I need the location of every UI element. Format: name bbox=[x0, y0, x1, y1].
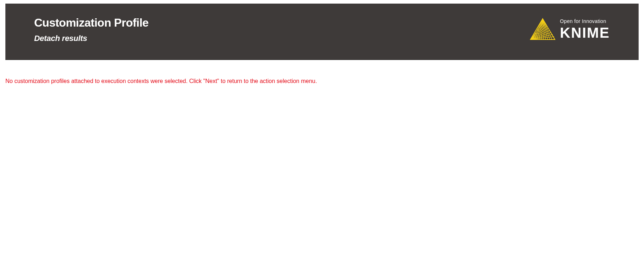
logo-brand: KNIME bbox=[560, 26, 610, 40]
logo-text-group: Open for Innovation KNIME bbox=[560, 18, 610, 40]
error-message: No customization profiles attached to ex… bbox=[5, 78, 639, 84]
header-banner: Customization Profile Detach results bbox=[5, 4, 639, 60]
knime-triangle-icon bbox=[530, 18, 556, 40]
message-area: No customization profiles attached to ex… bbox=[0, 60, 644, 84]
page-subtitle: Detach results bbox=[34, 34, 148, 43]
logo-tagline: Open for Innovation bbox=[560, 18, 610, 24]
page-title: Customization Profile bbox=[34, 16, 148, 29]
knime-logo: Open for Innovation KNIME bbox=[530, 18, 610, 40]
header-text-group: Customization Profile Detach results bbox=[34, 16, 148, 43]
